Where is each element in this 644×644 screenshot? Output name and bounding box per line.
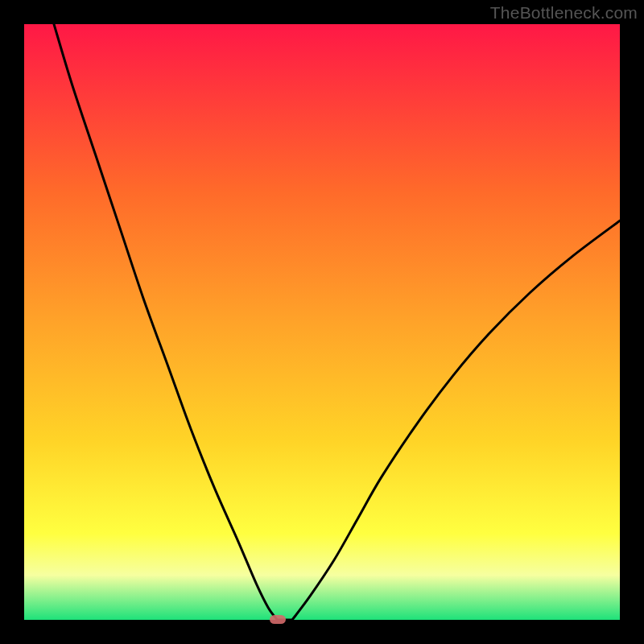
chart-frame: TheBottleneck.com: [0, 0, 644, 644]
watermark-text: TheBottleneck.com: [490, 3, 638, 23]
optimal-point-marker: [270, 615, 286, 624]
plot-area: [24, 24, 620, 620]
chart-svg: [24, 24, 620, 620]
gradient-background: [24, 24, 620, 620]
